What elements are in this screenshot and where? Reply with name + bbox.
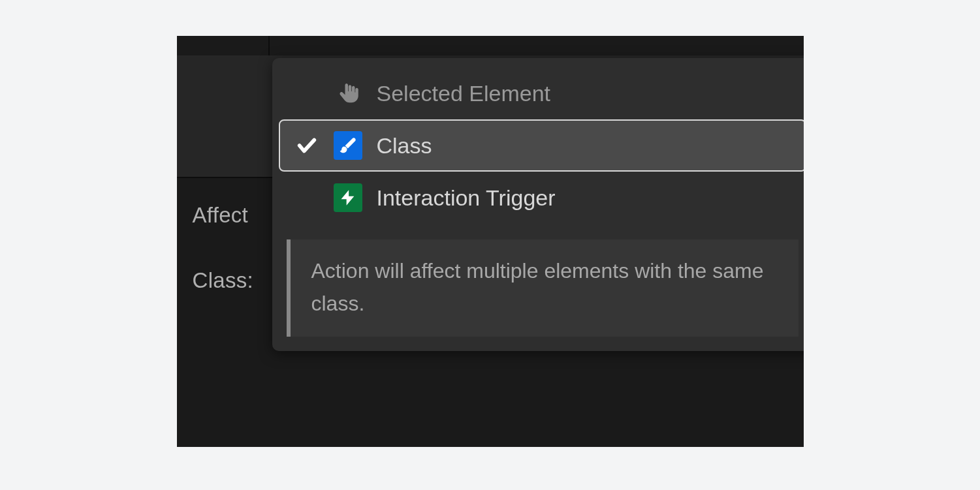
menu-item-interaction-trigger[interactable]: Interaction Trigger [279, 172, 804, 224]
check-icon [294, 134, 319, 157]
settings-panel: Affect Class: Selected Element [177, 36, 804, 447]
menu-item-class[interactable]: Class [279, 119, 804, 172]
menu-item-label: Selected Element [377, 81, 551, 106]
panel-top-strip [177, 36, 804, 55]
menu-item-selected-element[interactable]: Selected Element [279, 67, 804, 119]
paintbrush-icon [334, 131, 362, 160]
dropdown-hint: Action will affect multiple elements wit… [287, 239, 798, 337]
pointer-icon [334, 79, 362, 108]
menu-item-label: Class [377, 133, 432, 159]
bolt-icon [334, 183, 362, 212]
affect-dropdown-popup: Selected Element Class Interac [272, 58, 804, 351]
menu-item-label: Interaction Trigger [377, 185, 556, 211]
